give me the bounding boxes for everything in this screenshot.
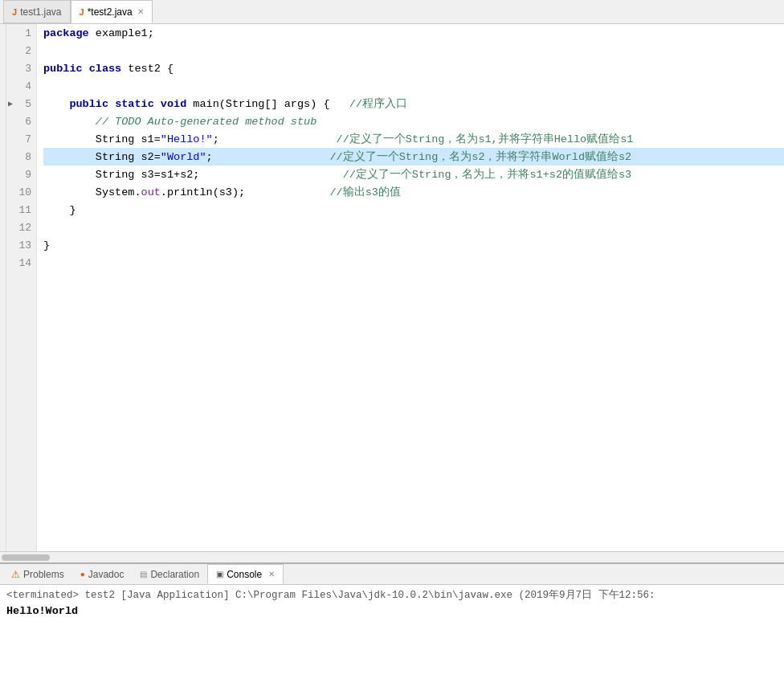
console-icon: ▣ <box>216 570 223 578</box>
tab-console-item[interactable]: ▣ Console ✕ <box>207 564 284 584</box>
line-num-14: 14 <box>6 254 36 272</box>
tab-test1-item[interactable]: J test1.java <box>3 0 71 23</box>
console-output-area: <terminated> test2 [Java Application] C:… <box>0 585 784 695</box>
declaration-icon: ▤ <box>140 570 147 578</box>
code-line-1: package example1; <box>43 24 784 42</box>
horizontal-scrollbar[interactable] <box>0 551 784 562</box>
javadoc-icon: ● <box>80 570 85 578</box>
line-num-13: 13 <box>6 236 36 254</box>
line-num-8: 8 <box>6 148 36 166</box>
code-line-8: String s2="World"; //定义了一个String，名为s2，并将… <box>43 148 784 166</box>
bottom-tab-bar: ⚠ Problems ● Javadoc ▤ Declaration ▣ Con… <box>0 564 784 585</box>
console-terminated-line: <terminated> test2 [Java Application] C:… <box>6 588 778 602</box>
editor-tab-bar: J test1.java J *test2.java ✕ <box>0 0 784 24</box>
tab-problems[interactable]: ⚠ Problems <box>3 564 72 584</box>
code-line-7: String s1="Hello!"; //定义了一个String，名为s1,并… <box>43 130 784 148</box>
console-output-text: Hello!World <box>6 605 778 617</box>
line-num-7: 7 <box>6 130 36 148</box>
line-gutter: 1 2 3 4 5 6 7 8 9 10 11 12 13 14 <box>6 24 37 551</box>
code-editor[interactable]: package example1; public class test2 { p… <box>37 24 784 551</box>
problems-icon: ⚠ <box>11 569 20 580</box>
line-num-6: 6 <box>6 112 36 130</box>
tab-test2-item[interactable]: J *test2.java ✕ <box>71 0 153 23</box>
tab-close-icon[interactable]: ✕ <box>137 7 144 16</box>
line-num-12: 12 <box>6 219 36 236</box>
line-num-9: 9 <box>6 166 36 183</box>
left-margin <box>0 24 6 551</box>
line-num-4: 4 <box>6 77 36 95</box>
code-line-6: // TODO Auto-generated method stub <box>43 112 784 130</box>
line-num-11: 11 <box>6 201 36 219</box>
line-num-2: 2 <box>6 42 36 59</box>
java-icon: J <box>12 7 17 17</box>
code-line-10: System.out.println(s3); //输出s3的值 <box>43 183 784 201</box>
code-line-14 <box>43 254 784 272</box>
code-line-4 <box>43 77 784 95</box>
console-label: Console <box>227 569 262 580</box>
javadoc-label: Javadoc <box>88 569 125 580</box>
line-num-5: 5 <box>6 95 36 112</box>
tab-javadoc[interactable]: ● Javadoc <box>72 564 133 584</box>
tab-declaration[interactable]: ▤ Declaration <box>132 564 207 584</box>
line-num-1: 1 <box>6 24 36 42</box>
code-line-11: } <box>43 201 784 219</box>
line-num-10: 10 <box>6 183 36 201</box>
code-line-13: } <box>43 236 784 254</box>
tab-test1-label: test1.java <box>20 6 61 18</box>
code-line-2 <box>43 42 784 59</box>
bottom-panel: ⚠ Problems ● Javadoc ▤ Declaration ▣ Con… <box>0 562 784 695</box>
editor-area: 1 2 3 4 5 6 7 8 9 10 11 12 13 14 package… <box>0 24 784 551</box>
code-line-3: public class test2 { <box>43 59 784 77</box>
console-tab-close-icon[interactable]: ✕ <box>268 570 275 578</box>
tab-test2-label: *test2.java <box>88 6 133 18</box>
java-icon-2: J <box>80 7 84 17</box>
hscroll-thumb[interactable] <box>2 554 50 561</box>
code-line-9: String s3=s1+s2; //定义了一个String，名为上，并将s1+… <box>43 166 784 183</box>
main-container: J test1.java J *test2.java ✕ 1 2 3 4 5 6… <box>0 0 784 695</box>
declaration-label: Declaration <box>150 569 199 580</box>
line-num-3: 3 <box>6 59 36 77</box>
code-line-12 <box>43 219 784 236</box>
problems-label: Problems <box>23 569 64 580</box>
code-line-5: public static void main(String[] args) {… <box>43 95 784 112</box>
